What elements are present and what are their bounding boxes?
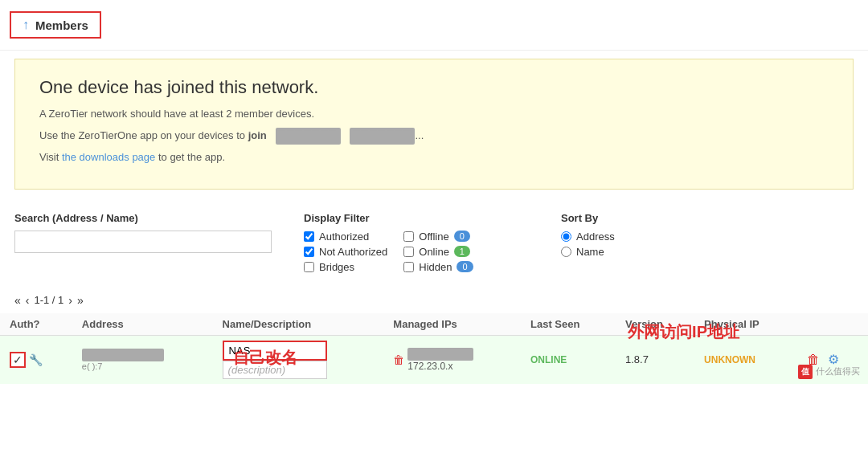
notice-line2: Use the ZeroTierOne app on your devices … <box>39 128 829 145</box>
managed-ip-blurred: ███████ <box>407 348 473 361</box>
filter-not-authorized[interactable]: Not Authorized <box>304 246 387 258</box>
col-managed-ips: Managed IPs <box>383 313 521 336</box>
members-table: Auth? Address Name/Description Managed I… <box>0 313 868 384</box>
offline-badge: 0 <box>454 231 470 242</box>
name-cell <box>213 335 384 384</box>
filter-authorized[interactable]: Authorized <box>304 231 387 243</box>
page-range: 1-1 / 1 <box>34 294 63 306</box>
next-page-btn[interactable]: › <box>68 294 72 307</box>
search-input[interactable] <box>14 231 272 253</box>
prev-page-btn[interactable]: ‹ <box>26 294 30 307</box>
sort-name[interactable]: Name <box>561 246 690 258</box>
members-table-section: Auth? Address Name/Description Managed I… <box>0 313 868 384</box>
filter-offline[interactable]: Offline 0 <box>403 231 473 243</box>
last-page-btn[interactable]: » <box>77 294 84 307</box>
auth-cell: 🔧 <box>0 335 72 384</box>
col-last-seen: Last Seen <box>521 313 616 336</box>
col-address: Address <box>72 313 213 336</box>
filter-bridges-checkbox[interactable] <box>304 262 314 272</box>
display-filter-section: Display Filter Authorized Not Authorized… <box>304 212 529 276</box>
filter-offline-checkbox[interactable] <box>403 231 414 242</box>
search-section: Search (Address / Name) <box>14 212 272 253</box>
blurred-network-id-2: ███████ <box>350 128 416 145</box>
members-section-header[interactable]: ↑ Members <box>10 11 101 39</box>
sort-address[interactable]: Address <box>561 231 690 243</box>
hidden-badge: 0 <box>457 261 473 272</box>
auth-checkbox[interactable] <box>10 352 26 368</box>
status-badge: ONLINE <box>530 354 567 365</box>
display-filter-left: Authorized Not Authorized Bridges <box>304 231 387 276</box>
table-header-row: Auth? Address Name/Description Managed I… <box>0 313 868 336</box>
watermark: 值 什么值得买 <box>798 365 860 379</box>
notice-box: One device has joined this network. A Ze… <box>14 59 854 190</box>
filter-hidden-checkbox[interactable] <box>403 262 414 272</box>
filter-online-checkbox[interactable] <box>403 247 414 257</box>
notice-title: One device has joined this network. <box>39 77 829 98</box>
col-physical-ip: Physical IP <box>694 313 797 336</box>
member-description-input[interactable] <box>223 361 327 379</box>
col-auth: Auth? <box>0 313 72 336</box>
sort-label: Sort By <box>561 212 690 224</box>
sort-address-radio[interactable] <box>561 231 571 242</box>
search-label: Search (Address / Name) <box>14 212 272 224</box>
downloads-link[interactable]: the downloads page <box>62 151 155 163</box>
address-line2: e( ):7 <box>82 361 203 371</box>
watermark-logo: 值 <box>798 365 813 379</box>
filters-row: Search (Address / Name) Display Filter A… <box>0 204 868 288</box>
filter-bridges[interactable]: Bridges <box>304 261 387 273</box>
col-version: Version <box>616 313 694 336</box>
filter-authorized-checkbox[interactable] <box>304 231 314 242</box>
managed-ip-cell: 🗑 ███████ 172.23.0.x <box>383 335 521 384</box>
col-name: Name/Description <box>213 313 384 336</box>
delete-ip-icon[interactable]: 🗑 <box>393 353 404 366</box>
filter-hidden[interactable]: Hidden 0 <box>403 261 473 273</box>
address-blurred: █████████ <box>82 349 165 361</box>
notice-line1: A ZeroTier network should have at least … <box>39 106 829 123</box>
member-name-input[interactable] <box>223 341 327 361</box>
last-seen-cell: ONLINE <box>521 335 616 384</box>
wrench-icon[interactable]: 🔧 <box>29 353 43 366</box>
version-value: 1.8.7 <box>625 353 649 365</box>
filter-not-authorized-checkbox[interactable] <box>304 247 314 257</box>
physical-ip-value: UNKNOWN <box>704 354 755 365</box>
address-line1: █████████ <box>82 349 203 361</box>
sort-name-radio[interactable] <box>561 247 571 257</box>
members-label: Members <box>35 18 88 32</box>
notice-line3: Visit the downloads page to get the app. <box>39 149 829 166</box>
first-page-btn[interactable]: « <box>14 294 21 307</box>
online-badge: 1 <box>454 246 470 257</box>
blurred-network-id-1: ███████ <box>276 128 342 145</box>
watermark-text: 什么值得买 <box>816 365 860 378</box>
version-cell: 1.8.7 <box>616 335 694 384</box>
sort-section: Sort By Address Name <box>561 212 690 261</box>
physical-ip-cell: UNKNOWN <box>694 335 797 384</box>
up-arrow-icon: ↑ <box>23 18 29 32</box>
filter-online[interactable]: Online 1 <box>403 246 473 258</box>
pagination-row: « ‹ 1-1 / 1 › » <box>0 288 868 313</box>
managed-ip-subnet: 172.23.0.x <box>407 361 473 372</box>
display-filter-right: Offline 0 Online 1 Hidden 0 <box>403 231 473 276</box>
col-actions <box>797 313 868 336</box>
table-row: 🔧 █████████ e( ):7 <box>0 335 868 384</box>
display-filter-label: Display Filter <box>304 212 529 224</box>
address-cell: █████████ e( ):7 <box>72 335 213 384</box>
